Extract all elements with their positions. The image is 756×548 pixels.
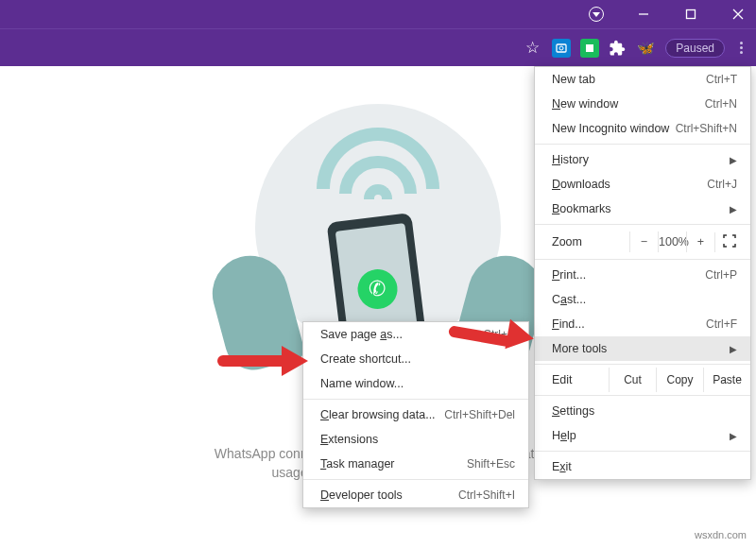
extension-icon-1[interactable] bbox=[552, 39, 571, 58]
menu-item-new-window[interactable]: New windowCtrl+N bbox=[535, 92, 750, 116]
profile-avatar-icon[interactable]: 🦋 bbox=[635, 38, 656, 59]
chevron-right-icon: ▶ bbox=[730, 204, 737, 214]
svg-rect-1 bbox=[687, 10, 696, 19]
menu-item-help[interactable]: Help▶ bbox=[535, 423, 750, 448]
minimize-button[interactable] bbox=[629, 0, 658, 28]
menu-item-cast[interactable]: Cast... bbox=[535, 287, 750, 312]
menu-item-zoom: Zoom − 100% + bbox=[535, 228, 750, 256]
submenu-name-window[interactable]: Name window... bbox=[303, 371, 528, 396]
fullscreen-button[interactable] bbox=[714, 232, 743, 252]
zoom-in-button[interactable]: + bbox=[686, 231, 714, 252]
more-tools-submenu: Save page as...Ctrl+S Create shortcut...… bbox=[302, 321, 529, 508]
cut-button[interactable]: Cut bbox=[609, 368, 656, 392]
menu-item-bookmarks[interactable]: Bookmarks▶ bbox=[535, 197, 750, 221]
maximize-button[interactable] bbox=[677, 0, 705, 28]
menu-item-new-incognito[interactable]: New Incognito windowCtrl+Shift+N bbox=[535, 116, 750, 141]
paste-button[interactable]: Paste bbox=[703, 368, 750, 392]
bookmark-star-icon[interactable]: ☆ bbox=[522, 38, 542, 59]
menu-item-edit-row: Edit Cut Copy Paste bbox=[535, 368, 750, 392]
submenu-extensions[interactable]: Extensions bbox=[303, 427, 528, 452]
chevron-right-icon: ▶ bbox=[730, 431, 737, 441]
user-dropdown-icon[interactable] bbox=[582, 0, 610, 28]
whatsapp-icon: ✆ bbox=[355, 267, 400, 312]
edit-label: Edit bbox=[552, 368, 609, 392]
sync-paused-badge[interactable]: Paused bbox=[665, 39, 725, 58]
extension-icon-2[interactable] bbox=[580, 39, 599, 58]
zoom-out-button[interactable]: − bbox=[629, 231, 658, 252]
zoom-label: Zoom bbox=[552, 235, 629, 248]
chevron-right-icon: ▶ bbox=[730, 155, 737, 165]
menu-item-new-tab[interactable]: New tabCtrl+T bbox=[535, 67, 750, 92]
menu-item-exit[interactable]: Exit bbox=[535, 454, 750, 479]
submenu-clear-browsing[interactable]: Clear browsing data...Ctrl+Shift+Del bbox=[303, 402, 528, 427]
svg-rect-6 bbox=[586, 44, 593, 52]
close-button[interactable] bbox=[724, 0, 752, 28]
submenu-developer-tools[interactable]: Developer toolsCtrl+Shift+I bbox=[303, 483, 528, 507]
submenu-task-manager[interactable]: Task managerShift+Esc bbox=[303, 452, 528, 476]
browser-main-menu: New tabCtrl+T New windowCtrl+N New Incog… bbox=[534, 66, 751, 480]
menu-item-more-tools[interactable]: More tools▶ bbox=[535, 336, 750, 361]
svg-point-5 bbox=[559, 46, 563, 50]
watermark-text: wsxdn.com bbox=[695, 529, 747, 540]
submenu-create-shortcut[interactable]: Create shortcut... bbox=[303, 347, 528, 371]
menu-item-downloads[interactable]: DownloadsCtrl+J bbox=[535, 172, 750, 197]
browser-menu-button[interactable] bbox=[734, 42, 748, 54]
menu-item-history[interactable]: History▶ bbox=[535, 147, 750, 172]
menu-item-find[interactable]: Find...Ctrl+F bbox=[535, 312, 750, 336]
menu-item-settings[interactable]: Settings bbox=[535, 399, 750, 423]
menu-item-print[interactable]: Print...Ctrl+P bbox=[535, 263, 750, 287]
copy-button[interactable]: Copy bbox=[656, 368, 703, 392]
svg-rect-4 bbox=[557, 44, 566, 52]
zoom-value: 100% bbox=[658, 231, 686, 252]
browser-toolbar: ☆ 🦋 Paused bbox=[0, 28, 756, 66]
chevron-right-icon: ▶ bbox=[730, 344, 737, 354]
window-titlebar bbox=[0, 0, 756, 28]
extensions-puzzle-icon[interactable] bbox=[609, 40, 626, 57]
